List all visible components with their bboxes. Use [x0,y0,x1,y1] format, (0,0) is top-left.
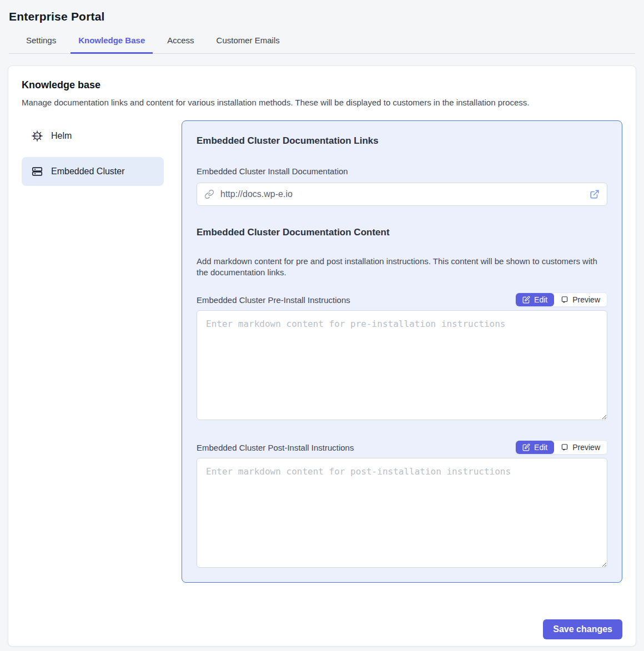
post-install-edit-button[interactable]: Edit [516,441,554,454]
server-stack-icon [31,165,44,178]
page-header: Enterprise Portal Settings Knowledge Bas… [0,0,644,54]
preview-button-label: Preview [572,443,600,452]
tab-customer-emails[interactable]: Customer Emails [209,36,288,54]
post-install-label-row: Embedded Cluster Post-Install Instructio… [197,440,607,455]
install-doc-field [197,183,607,206]
pre-install-preview-button[interactable]: Preview [554,293,607,306]
sidebar-item-embedded-cluster[interactable]: Embedded Cluster [22,157,164,186]
sidebar-item-label: Helm [51,131,72,141]
pre-install-label-row: Embedded Cluster Pre-Install Instruction… [197,292,607,307]
install-method-nav: HELM Helm Embedded Cluster [22,122,164,193]
tab-bar: Settings Knowledge Base Access Customer … [9,36,635,54]
tab-access[interactable]: Access [159,36,202,54]
preview-icon [561,296,568,304]
post-install-textarea[interactable] [197,458,607,568]
footer-actions: Save changes [22,619,622,639]
page-title: Enterprise Portal [9,10,635,23]
preview-button-label: Preview [572,295,600,304]
edit-icon [522,296,530,304]
tab-knowledge-base[interactable]: Knowledge Base [71,36,153,54]
helm-icon: HELM [31,129,44,143]
preview-icon [561,443,568,451]
link-icon [204,189,214,199]
content-section-description: Add markdown content for pre and post in… [197,256,607,278]
card-title: Knowledge base [22,79,622,91]
install-doc-label: Embedded Cluster Install Documentation [197,166,607,176]
card-description: Manage documentation links and content f… [22,98,622,107]
edit-icon [522,443,530,451]
edit-button-label: Edit [534,443,547,452]
save-changes-button[interactable]: Save changes [543,619,622,639]
pre-install-edit-button[interactable]: Edit [516,293,554,306]
pre-install-textarea[interactable] [197,310,607,420]
post-install-mode-toggle: Edit Preview [515,440,607,455]
edit-button-label: Edit [534,295,547,304]
pre-install-label: Embedded Cluster Pre-Install Instruction… [197,295,350,305]
post-install-preview-button[interactable]: Preview [554,441,607,454]
tab-settings[interactable]: Settings [18,36,64,54]
post-install-label: Embedded Cluster Post-Install Instructio… [197,443,354,452]
svg-text:HELM: HELM [33,134,41,138]
embedded-cluster-panel: Embedded Cluster Documentation Links Emb… [182,120,622,583]
content-section-heading: Embedded Cluster Documentation Content [197,227,607,238]
sidebar-item-label: Embedded Cluster [51,166,125,176]
external-link-icon[interactable] [590,189,600,199]
content-row: HELM Helm Embedded Cluster Embedde [22,120,622,583]
sidebar-item-helm[interactable]: HELM Helm [22,122,164,150]
knowledge-base-card: Knowledge base Manage documentation link… [8,65,636,647]
install-doc-url-input[interactable] [197,183,607,206]
pre-install-mode-toggle: Edit Preview [515,292,607,307]
links-section-heading: Embedded Cluster Documentation Links [197,135,607,147]
